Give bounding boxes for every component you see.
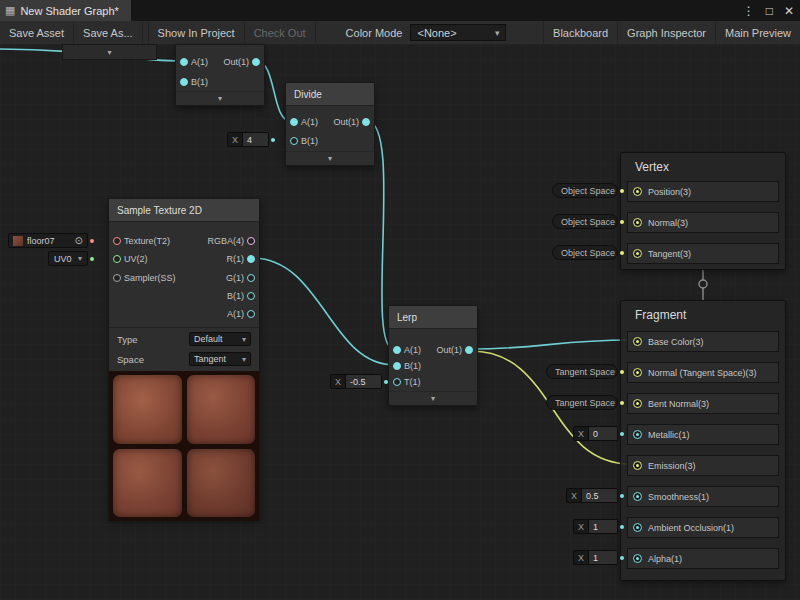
field-value[interactable]: 0.5: [581, 489, 617, 502]
alpha-port[interactable]: [633, 554, 642, 563]
ambient-occlusion-port[interactable]: [633, 523, 642, 532]
ambient-occlusion-field[interactable]: X 1: [573, 519, 618, 534]
uv-channel-dropdown[interactable]: UV0 ▾: [48, 251, 88, 266]
window-title: New Shader Graph*: [20, 5, 118, 17]
port-label: Sampler(SS): [124, 273, 176, 283]
position-port[interactable]: [633, 187, 642, 196]
input-port-t[interactable]: [393, 378, 401, 386]
field-value[interactable]: -0.5: [345, 375, 381, 388]
input-port-b[interactable]: [290, 137, 298, 145]
chevron-down-icon[interactable]: ▾: [107, 48, 111, 57]
node-title: Divide: [294, 89, 322, 100]
output-port[interactable]: [252, 58, 260, 66]
normal-space-pill[interactable]: Object Space: [552, 214, 618, 229]
input-port-sampler[interactable]: [113, 274, 121, 282]
output-port[interactable]: [362, 118, 370, 126]
bent-normal-port[interactable]: [633, 399, 642, 408]
fragment-row-bent-normal[interactable]: Bent Normal(3): [627, 393, 779, 414]
fragment-row-alpha[interactable]: Alpha(1): [627, 548, 779, 569]
row-label: Ambient Occlusion(1): [648, 523, 734, 533]
add-node-partial[interactable]: A(1) B(1) Out(1) ▾: [175, 44, 265, 106]
input-port-texture[interactable]: [113, 237, 121, 245]
fragment-row-emission[interactable]: Emission(3): [627, 455, 779, 476]
field-value[interactable]: 1: [588, 520, 617, 533]
show-in-project-button[interactable]: Show In Project: [148, 21, 245, 44]
fragment-row-metallic[interactable]: Metallic(1): [627, 424, 779, 445]
metallic-port[interactable]: [633, 430, 642, 439]
normal-port[interactable]: [633, 218, 642, 227]
vertex-row-tangent[interactable]: Tangent(3): [627, 243, 779, 264]
sample-texture-node-header[interactable]: Sample Texture 2D: [109, 199, 259, 222]
blackboard-button[interactable]: Blackboard: [543, 21, 618, 44]
check-out-button[interactable]: Check Out: [245, 21, 316, 44]
window-menu-icon[interactable]: ⋮: [743, 4, 755, 18]
normal-ts-space-pill[interactable]: Tangent Space: [546, 364, 618, 379]
field-axis-label: X: [574, 522, 588, 532]
vertex-row-normal[interactable]: Normal(3): [627, 212, 779, 233]
save-asset-button[interactable]: Save Asset: [0, 21, 74, 44]
smoothness-port[interactable]: [633, 492, 642, 501]
input-port-a[interactable]: [290, 118, 298, 126]
base-color-port[interactable]: [633, 337, 642, 346]
input-port-uv[interactable]: [113, 255, 121, 263]
maximize-icon[interactable]: □: [766, 4, 773, 18]
field-value[interactable]: 4: [242, 133, 268, 146]
input-port-a[interactable]: [180, 58, 188, 66]
output-port-rgba[interactable]: [247, 237, 255, 245]
divide-b-field[interactable]: X 4: [227, 132, 269, 147]
fragment-row-normal-ts[interactable]: Normal (Tangent Space)(3): [627, 362, 779, 383]
output-port-r[interactable]: [247, 255, 255, 263]
port-row: T(1): [389, 374, 424, 390]
position-space-pill[interactable]: Object Space: [552, 183, 618, 198]
output-port[interactable]: [465, 346, 473, 354]
tab-new-shader-graph[interactable]: ▦ New Shader Graph*: [0, 0, 131, 21]
fragment-row-base-color[interactable]: Base Color(3): [627, 331, 779, 352]
node-collapse-strip[interactable]: ▾: [286, 151, 374, 165]
vertex-stack[interactable]: Vertex Position(3) Normal(3) Tangent(3): [620, 152, 786, 270]
output-port-a[interactable]: [247, 310, 255, 318]
tangent-port[interactable]: [633, 249, 642, 258]
collapsed-node-stub[interactable]: ▾: [62, 44, 157, 60]
metallic-field[interactable]: X 0: [573, 426, 618, 441]
field-value[interactable]: 0: [588, 427, 617, 440]
emission-port[interactable]: [633, 461, 642, 470]
field-value[interactable]: 1: [588, 551, 617, 564]
lerp-node[interactable]: Lerp A(1) B(1) T(1) Out(1) ▾: [388, 305, 478, 406]
node-collapse-strip[interactable]: ▾: [176, 91, 264, 105]
vertex-row-position[interactable]: Position(3): [627, 181, 779, 202]
tangent-space-pill[interactable]: Object Space: [552, 245, 618, 260]
input-port-b[interactable]: [393, 362, 401, 370]
normal-ts-port[interactable]: [633, 368, 642, 377]
lerp-t-field[interactable]: X -0.5: [330, 374, 382, 389]
fragment-row-smoothness[interactable]: Smoothness(1): [627, 486, 779, 507]
input-port-a[interactable]: [393, 346, 401, 354]
node-collapse-strip[interactable]: ▾: [389, 391, 477, 405]
lerp-node-header[interactable]: Lerp: [389, 306, 477, 329]
field-axis-label: X: [574, 429, 588, 439]
main-preview-button[interactable]: Main Preview: [716, 21, 800, 44]
object-picker-icon[interactable]: ⊙: [75, 236, 83, 246]
divide-node-header[interactable]: Divide: [286, 83, 374, 106]
node-title: Sample Texture 2D: [117, 205, 202, 216]
sample-texture-2d-node[interactable]: Sample Texture 2D Texture(T2) UV(2) Samp…: [108, 198, 260, 520]
texture-object-field[interactable]: floor07 ⊙: [8, 233, 88, 248]
fragment-stack[interactable]: Fragment Base Color(3) Normal (Tangent S…: [620, 300, 786, 581]
smoothness-field[interactable]: X 0.5: [566, 488, 618, 503]
bent-normal-space-pill[interactable]: Tangent Space: [546, 395, 618, 410]
space-dropdown[interactable]: Tangent ▾: [189, 352, 251, 366]
port-label: T(1): [404, 377, 421, 387]
output-port-g[interactable]: [247, 274, 255, 282]
graph-inspector-button[interactable]: Graph Inspector: [618, 21, 716, 44]
fragment-row-ambient-occlusion[interactable]: Ambient Occlusion(1): [627, 517, 779, 538]
output-port-b[interactable]: [247, 292, 255, 300]
type-dropdown[interactable]: Default ▾: [189, 332, 251, 346]
divide-node[interactable]: Divide A(1) B(1) Out(1) ▾: [285, 82, 375, 166]
color-mode-dropdown[interactable]: <None> ▾: [410, 24, 506, 41]
alpha-field[interactable]: X 1: [573, 550, 618, 565]
uv-channel-value: UV0: [54, 254, 72, 264]
close-icon[interactable]: ✕: [784, 4, 794, 18]
row-label: Tangent(3): [648, 249, 691, 259]
input-port-b[interactable]: [180, 78, 188, 86]
port-row: UV(2): [109, 250, 151, 268]
save-as-button[interactable]: Save As...: [74, 21, 143, 44]
